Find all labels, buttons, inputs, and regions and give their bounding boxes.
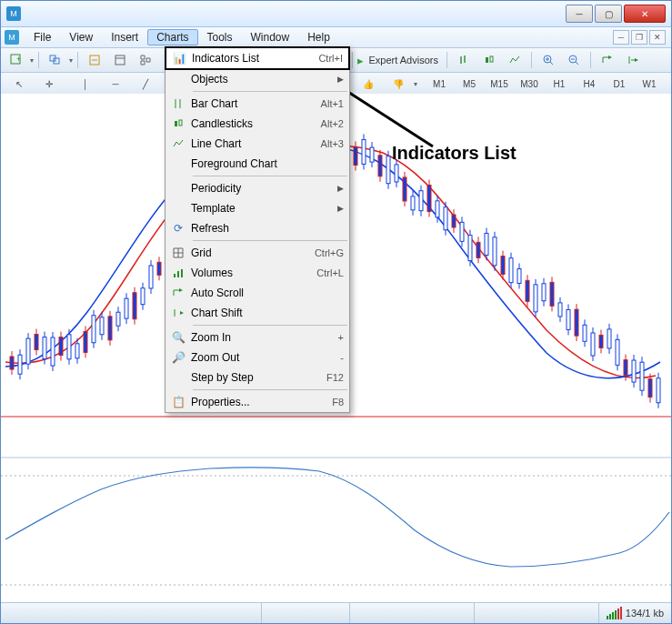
menu-zoom-out[interactable]: 🔎 Zoom Out - xyxy=(165,347,349,367)
menu-periodicity[interactable]: Periodicity ▶ xyxy=(165,178,349,198)
tf-mn[interactable]: MN xyxy=(665,75,672,93)
svg-rect-186 xyxy=(657,378,660,403)
navigator-icon[interactable] xyxy=(134,50,157,70)
minimize-button[interactable]: ─ xyxy=(566,5,593,23)
svg-rect-132 xyxy=(436,201,439,217)
svg-rect-162 xyxy=(558,303,562,317)
tf-w1[interactable]: W1 xyxy=(635,75,664,93)
bar-chart-menu-icon xyxy=(165,94,191,114)
callout-label: Indicators List xyxy=(392,143,517,164)
svg-rect-176 xyxy=(616,339,619,365)
svg-rect-138 xyxy=(460,222,464,241)
cursor-icon[interactable]: ↖ xyxy=(5,75,34,93)
crosshair-icon[interactable]: ✛ xyxy=(35,75,64,93)
new-chart-icon[interactable]: + xyxy=(5,50,28,70)
svg-rect-195 xyxy=(177,271,179,277)
menu-line-chart[interactable]: Line Chart Alt+3 xyxy=(165,134,349,154)
thumb-up-icon[interactable]: 👍 xyxy=(354,75,383,93)
svg-rect-196 xyxy=(181,269,183,277)
tf-m5[interactable]: M5 xyxy=(455,75,484,93)
expert-advisors-button[interactable]: Expert Advisors xyxy=(366,55,442,65)
menu-window[interactable]: Window xyxy=(242,29,299,45)
svg-rect-124 xyxy=(403,177,406,201)
menu-grid[interactable]: Grid Ctrl+G xyxy=(165,243,349,263)
svg-rect-174 xyxy=(607,329,611,348)
app-menu-icon[interactable]: M xyxy=(5,30,19,45)
menu-objects[interactable]: Objects ▶ xyxy=(165,69,349,89)
svg-rect-193 xyxy=(179,120,182,126)
svg-marker-197 xyxy=(179,288,183,292)
data-window-icon[interactable] xyxy=(108,50,132,70)
svg-rect-142 xyxy=(476,242,480,257)
svg-rect-34 xyxy=(35,335,38,350)
svg-rect-48 xyxy=(92,316,95,343)
svg-rect-6 xyxy=(115,55,125,65)
maximize-button[interactable]: ▢ xyxy=(595,5,622,23)
menu-volumes[interactable]: Volumes Ctrl+L xyxy=(165,263,349,283)
menu-help[interactable]: Help xyxy=(298,29,339,45)
bar-chart-icon[interactable] xyxy=(452,50,476,70)
hline-icon[interactable]: ─ xyxy=(101,75,130,93)
svg-rect-154 xyxy=(526,280,529,301)
mdi-close[interactable]: ✕ xyxy=(649,30,666,45)
candle-chart-icon[interactable] xyxy=(477,50,501,70)
line-chart-icon[interactable] xyxy=(503,50,527,70)
menu-tools[interactable]: Tools xyxy=(198,29,242,45)
svg-rect-172 xyxy=(599,335,603,347)
menu-insert[interactable]: Insert xyxy=(102,29,147,45)
close-button[interactable]: ✕ xyxy=(624,5,666,23)
thumb-down-icon[interactable]: 👎 xyxy=(384,75,413,93)
svg-rect-126 xyxy=(411,196,415,210)
tf-h1[interactable]: H1 xyxy=(545,75,574,93)
tf-m30[interactable]: M30 xyxy=(515,75,544,93)
menu-file[interactable]: File xyxy=(25,29,60,45)
zoom-in-icon[interactable] xyxy=(537,50,560,70)
svg-rect-40 xyxy=(59,337,63,356)
svg-rect-130 xyxy=(427,186,431,212)
menu-template[interactable]: Template ▶ xyxy=(165,198,349,218)
market-watch-icon[interactable] xyxy=(83,50,106,70)
menu-step-by-step[interactable]: Step by Step F12 xyxy=(165,367,349,387)
status-empty xyxy=(1,603,261,623)
zoom-out-icon[interactable] xyxy=(562,50,586,70)
tf-d1[interactable]: D1 xyxy=(605,75,634,93)
menu-chart-shift[interactable]: Chart Shift xyxy=(165,303,349,323)
titlebar: M ─ ▢ ✕ xyxy=(1,1,671,27)
svg-text:+: + xyxy=(16,55,21,64)
chart-shift-icon[interactable] xyxy=(621,50,645,70)
tf-m1[interactable]: M1 xyxy=(425,75,454,93)
profiles-icon[interactable] xyxy=(44,50,67,70)
status-seg-1 xyxy=(261,603,349,623)
tf-h4[interactable]: H4 xyxy=(575,75,604,93)
menu-candlesticks[interactable]: Candlesticks Alt+2 xyxy=(165,114,349,134)
chart-shift-menu-icon xyxy=(165,303,191,323)
menu-charts[interactable]: Charts xyxy=(147,29,197,45)
svg-rect-144 xyxy=(485,233,488,255)
menu-indicators-list[interactable]: 📊 Indicators List Ctrl+I xyxy=(165,46,350,70)
tf-m15[interactable]: M15 xyxy=(485,75,514,93)
zoom-in-menu-icon: 🔍 xyxy=(165,327,191,347)
svg-rect-170 xyxy=(591,333,595,356)
mdi-restore[interactable]: ❐ xyxy=(631,30,647,45)
svg-rect-156 xyxy=(534,285,537,312)
svg-line-21 xyxy=(576,62,578,65)
menu-auto-scroll[interactable]: Auto Scroll xyxy=(165,283,349,303)
menu-view[interactable]: View xyxy=(60,29,102,45)
svg-rect-152 xyxy=(517,268,521,283)
svg-rect-140 xyxy=(468,236,472,261)
svg-rect-58 xyxy=(133,293,136,319)
connection-status[interactable]: 134/1 kb xyxy=(598,603,671,623)
trendline-icon[interactable]: ╱ xyxy=(131,75,160,93)
svg-rect-164 xyxy=(567,309,570,329)
line-chart-menu-icon xyxy=(165,134,191,154)
menu-zoom-in[interactable]: 🔍 Zoom In + xyxy=(165,327,349,347)
auto-scroll-icon[interactable] xyxy=(596,50,619,70)
menu-foreground-chart[interactable]: Foreground Chart xyxy=(165,154,349,174)
vline-icon[interactable]: │ xyxy=(71,75,100,93)
menu-properties[interactable]: 📋 Properties... F8 xyxy=(165,392,349,412)
mdi-minimize[interactable]: ─ xyxy=(613,30,629,45)
menu-bar-chart[interactable]: Bar Chart Alt+1 xyxy=(165,94,349,114)
menu-refresh[interactable]: ⟳ Refresh xyxy=(165,218,349,238)
svg-rect-44 xyxy=(75,344,79,358)
svg-rect-134 xyxy=(444,207,447,230)
